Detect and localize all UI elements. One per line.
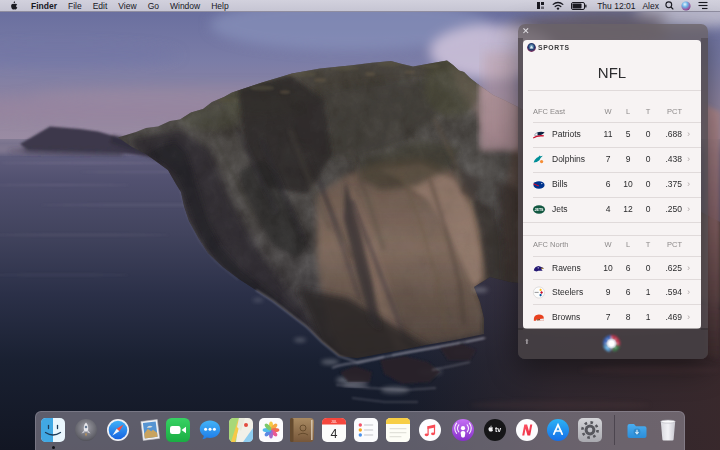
svg-text:4: 4: [331, 427, 338, 441]
svg-text:JUL: JUL: [331, 420, 337, 424]
svg-text:JETS: JETS: [535, 208, 545, 212]
svg-text:tv: tv: [495, 426, 501, 433]
